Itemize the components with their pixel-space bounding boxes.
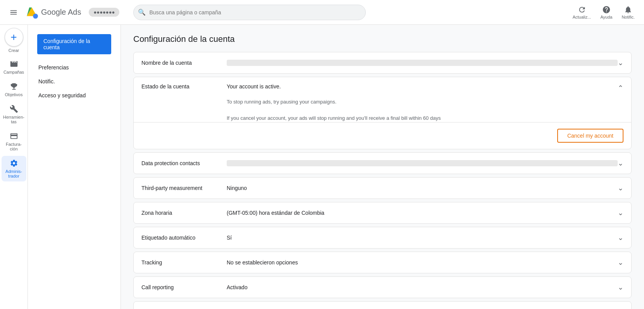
main-layout: + Crear Campañas Objetivos Herramien-tas… [0, 25, 644, 309]
third-party-chevron: ⌄ [618, 184, 623, 192]
data-protection-value [227, 160, 618, 166]
page-title: Configuración de la cuenta [133, 34, 632, 44]
sidebar-objectives-label: Objetivos [5, 92, 23, 97]
timezone-value: (GMT-05:00) hora estándar de Colombia [227, 210, 618, 216]
google-ads-logo: Google Ads [26, 6, 81, 19]
account-status-header[interactable]: Estado de la cuenta Your account is acti… [134, 77, 631, 98]
cancel-account-button[interactable]: Cancel my account [557, 129, 623, 143]
search-input[interactable] [133, 5, 366, 20]
negative-keywords-row[interactable]: Negative keywords None ⌄ [134, 302, 631, 309]
account-status-chevron: ⌄ [618, 83, 623, 92]
account-settings-button[interactable]: Configuración de la cuenta [37, 34, 111, 54]
tracking-value: No se establecieron opciones [227, 259, 618, 266]
third-party-row[interactable]: Third-party measurement Ninguno ⌄ [134, 178, 631, 199]
data-protection-row[interactable]: Data protection contacts ⌄ [134, 153, 631, 174]
secondary-sidebar: Configuración de la cuenta Preferencias … [28, 25, 121, 309]
status-info-line2: If you cancel your account, your ads wil… [227, 114, 513, 123]
account-status-panel: Estado de la cuenta Your account is acti… [133, 77, 632, 149]
status-panel-footer: Cancel my account [134, 123, 631, 149]
create-button[interactable]: + [5, 28, 23, 47]
timezone-label: Zona horaria [141, 210, 227, 216]
tracking-row[interactable]: Tracking No se establecieron opciones ⌄ [134, 252, 631, 273]
auto-tagging-label: Etiquetado automático [141, 235, 227, 241]
search-icon: 🔍 [138, 9, 146, 16]
plus-icon: + [10, 32, 17, 43]
sidebar-item-admin[interactable]: Adminis-trador [2, 156, 26, 181]
sidebar-tools-label: Herramien-tas [3, 115, 24, 124]
sidebar-billing-label: Factura-ción [6, 142, 22, 151]
sidebar-item-campaigns[interactable]: Campañas [2, 57, 26, 78]
auto-tagging-panel: Etiquetado automático Sí ⌄ [133, 227, 632, 249]
sidebar-item-preferences[interactable]: Preferencias [28, 60, 121, 74]
account-name-value [227, 60, 618, 66]
help-button[interactable]: Ayuda [597, 4, 615, 21]
sidebar-item-tools[interactable]: Herramien-tas [2, 102, 26, 127]
call-reporting-value: Activado [227, 284, 618, 290]
sidebar-item-notifications[interactable]: Notific. [28, 74, 121, 88]
data-protection-panel: Data protection contacts ⌄ [133, 152, 632, 174]
timezone-chevron: ⌄ [618, 209, 623, 217]
call-reporting-row[interactable]: Call reporting Activado ⌄ [134, 277, 631, 298]
account-status-label: Estado de la cuenta [141, 83, 227, 90]
timezone-row[interactable]: Zona horaria (GMT-05:00) hora estándar d… [134, 202, 631, 223]
call-reporting-chevron: ⌄ [618, 283, 623, 292]
search-area: 🔍 [133, 5, 366, 20]
timezone-panel: Zona horaria (GMT-05:00) hora estándar d… [133, 202, 632, 224]
account-name-label: Nombre de la cuenta [141, 60, 227, 66]
tracking-label: Tracking [141, 259, 227, 266]
data-protection-chevron: ⌄ [618, 159, 623, 167]
account-name-row[interactable]: Nombre de la cuenta ⌄ [134, 52, 631, 73]
sidebar-campaigns-label: Campañas [3, 70, 24, 74]
auto-tagging-chevron: ⌄ [618, 233, 623, 242]
svg-point-2 [33, 14, 38, 19]
negative-keywords-panel: Negative keywords None ⌄ [133, 301, 632, 309]
content-area: Configuración de la cuenta Nombre de la … [121, 25, 644, 309]
sidebar-item-access[interactable]: Acceso y seguridad [28, 88, 121, 102]
auto-tagging-value: Sí [227, 235, 618, 241]
left-sidebar: + Crear Campañas Objetivos Herramien-tas… [0, 25, 28, 309]
third-party-label: Third-party measurement [141, 185, 227, 191]
third-party-value: Ninguno [227, 185, 618, 191]
tracking-panel: Tracking No se establecieron opciones ⌄ [133, 252, 632, 273]
sidebar-item-billing[interactable]: Factura-ción [2, 129, 26, 154]
account-badge: ●●●●●●● [89, 8, 119, 17]
account-name-chevron: ⌄ [618, 59, 623, 67]
app-title: Google Ads [41, 8, 81, 17]
call-reporting-panel: Call reporting Activado ⌄ [133, 276, 632, 298]
call-reporting-label: Call reporting [141, 284, 227, 290]
auto-tagging-row[interactable]: Etiquetado automático Sí ⌄ [134, 227, 631, 248]
notifications-button[interactable]: Notific. [618, 4, 638, 21]
sidebar-item-objectives[interactable]: Objetivos [2, 79, 26, 100]
tracking-chevron: ⌄ [618, 258, 623, 267]
secondary-sidebar-header: Configuración de la cuenta [28, 31, 121, 60]
status-info-line1: To stop running ads, try pausing your ca… [227, 98, 513, 106]
account-name-panel: Nombre de la cuenta ⌄ [133, 52, 632, 74]
account-status-value: Your account is active. [227, 83, 281, 90]
account-status-content: Your account is active. [227, 83, 611, 90]
third-party-panel: Third-party measurement Ninguno ⌄ [133, 177, 632, 199]
refresh-button[interactable]: Actualiz... [570, 4, 594, 21]
topbar-actions: Actualiz... Ayuda Notific. [570, 4, 638, 21]
data-protection-label: Data protection contacts [141, 160, 227, 166]
sidebar-admin-label: Adminis-trador [5, 169, 22, 178]
menu-icon[interactable] [6, 5, 21, 20]
topbar: Google Ads ●●●●●●● 🔍 Actualiz... Ayuda N… [0, 0, 644, 25]
account-status-info: To stop running ads, try pausing your ca… [134, 98, 521, 122]
create-label: Crear [9, 48, 19, 53]
